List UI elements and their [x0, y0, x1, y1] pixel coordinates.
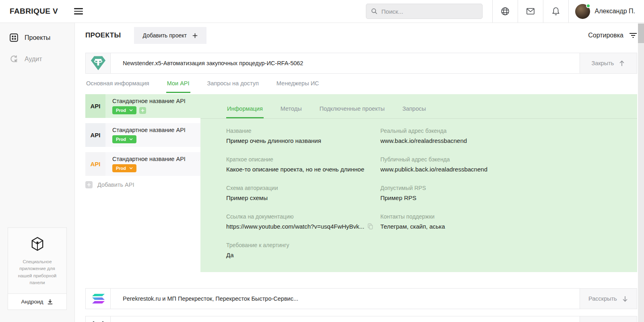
collapse-project-button[interactable]: Закрыть [580, 53, 637, 73]
api-panel-tabs: Информация Методы Подключенные проекты З… [226, 94, 637, 118]
messages-button[interactable] [518, 0, 543, 23]
avatar [575, 4, 590, 19]
promo-text: Специальное приложение для нашей приборн… [13, 258, 62, 286]
projects-grid-icon [10, 33, 18, 42]
project-tabs: Основная информация Мои API Запросы на д… [85, 74, 637, 93]
tab-methods[interactable]: Методы [280, 100, 303, 118]
sidebar-item-projects[interactable]: Проекты [0, 27, 74, 48]
sort-label: Сортировка [588, 32, 623, 39]
tab-main-info[interactable]: Основная информация [85, 74, 150, 93]
android-download-button[interactable]: Андроид [8, 293, 66, 310]
copy-icon[interactable] [367, 223, 373, 229]
mail-icon [526, 6, 535, 16]
api-info-panel: Информация Методы Подключенные проекты З… [200, 94, 637, 272]
solana-logo-icon [92, 293, 105, 304]
add-project-button[interactable]: Добавить проект [134, 27, 206, 44]
tether-logo-icon [90, 56, 106, 71]
tab-connected-projects[interactable]: Подключенные проекты [319, 100, 386, 118]
globe-icon [500, 6, 510, 16]
api-title: Стандартное название API [112, 127, 186, 133]
audit-refresh-icon [10, 55, 18, 63]
field-rps: Допустимый RPS Пример RPS [380, 185, 637, 201]
scrollbar-thumb[interactable] [638, 24, 644, 43]
add-project-label: Добавить проект [143, 32, 187, 39]
scrollbar-track[interactable] [638, 23, 644, 322]
api-abbr: API [85, 94, 105, 118]
field-docs-link: Ссылка на документацию https://www.youtu… [226, 213, 380, 230]
project-title: Perekrestok.ru и МП Перекресток, Перекре… [111, 289, 580, 309]
field-support: Контакты поддержки Телеграм, скайп, аськ… [380, 213, 637, 230]
sidebar-item-audit[interactable]: Аудит [0, 48, 74, 70]
plus-icon [141, 109, 144, 112]
main-content: ПРОЕКТЫ Добавить проект Сортировка [75, 23, 644, 322]
plus-icon [192, 33, 198, 38]
online-status-dot [586, 4, 590, 8]
tab-access-requests[interactable]: Запросы на доступ [206, 74, 260, 93]
env-badge[interactable]: Prod [112, 164, 136, 172]
app-logo: FABRIQUE V [10, 7, 58, 16]
tab-requests[interactable]: Запросы [402, 100, 427, 118]
project-card-collapsed: Perekrestok.ru и МП Перекресток, Перекре… [85, 316, 637, 322]
api-list-item[interactable]: API Стандартное название API Prod [85, 152, 200, 176]
plus-icon [85, 181, 93, 188]
tab-my-api[interactable]: Мои API [166, 74, 190, 93]
sidebar-item-label: Проекты [25, 34, 50, 41]
project-card-collapsed: Perekrestok.ru и МП Перекресток, Перекре… [85, 288, 637, 309]
api-title: Стандартное название API [112, 156, 186, 162]
project-card-expanded: Newstender.x5-Автоматизация закупочных п… [85, 53, 637, 74]
expand-label: Расскрыть [588, 295, 617, 302]
api-title: Стандартное название API [112, 98, 186, 104]
download-button-label: Андроид [21, 299, 43, 305]
project-logo-cell [86, 53, 111, 73]
tab-is-managers[interactable]: Менеджеры ИС [276, 74, 320, 93]
api-list-item[interactable]: API Стандартное название API Prod [85, 123, 200, 147]
chevron-down-icon [129, 167, 133, 169]
add-api-button[interactable]: Добавить API [85, 181, 200, 188]
sidebar: Проекты Аудит Специальное приложение для… [0, 23, 75, 322]
field-alerting: Требование к алертингу Да [226, 242, 380, 258]
project-logo-cell [86, 316, 111, 322]
page-title: ПРОЕКТЫ [85, 31, 121, 39]
field-description: Краткое описание Какое-то описание проек… [226, 156, 380, 173]
env-badge[interactable]: Prod [112, 135, 136, 143]
env-badge[interactable]: Prod [112, 106, 136, 114]
sidebar-item-label: Аудит [25, 56, 42, 63]
add-api-label: Добавить API [97, 182, 134, 188]
expand-project-button[interactable]: Расскрыть [580, 289, 637, 309]
projects-toolbar: ПРОЕКТЫ Добавить проект Сортировка [85, 23, 637, 48]
filter-icon [629, 33, 637, 38]
api-abbr: API [85, 152, 105, 176]
chevron-down-icon [129, 109, 133, 111]
app-promo-card: Специальное приложение для нашей приборн… [8, 227, 67, 310]
app-header: FABRIQUE V Алекс [0, 0, 644, 23]
field-auth-scheme: Схема авторизации Пример схемы [226, 185, 380, 201]
menu-icon[interactable] [74, 8, 83, 14]
notifications-button[interactable] [543, 0, 568, 23]
project-logo-cell [86, 289, 111, 309]
arrow-up-icon [619, 60, 625, 67]
api-fields: Название Пример очень длинного названия … [226, 119, 637, 258]
api-list-item[interactable]: API Стандартное название API Prod [85, 94, 200, 118]
env-label: Prod [116, 166, 126, 171]
sort-button[interactable]: Сортировка [588, 32, 637, 39]
search-box[interactable] [366, 4, 483, 19]
collapse-label: Закрыть [592, 60, 614, 66]
project-title: Perekrestok.ru и МП Перекресток, Перекре… [111, 316, 580, 322]
tab-information[interactable]: Информация [226, 100, 264, 118]
field-name: Название Пример очень длинного названия [226, 128, 380, 144]
env-label: Prod [116, 108, 126, 113]
user-menu[interactable]: Александр П. [569, 0, 644, 23]
arrow-down-icon [622, 295, 628, 302]
search-input[interactable] [382, 8, 477, 15]
download-icon [47, 299, 53, 305]
field-backend-real: Реальный адрес бэкенда www.back.io/reala… [380, 128, 637, 144]
field-backend-public: Публичный адрес бэкенда www.publick.back… [380, 156, 637, 173]
user-name: Александр П. [595, 8, 635, 15]
search-icon [371, 8, 378, 14]
expand-project-button[interactable]: Расскрыть [580, 316, 637, 322]
language-globe-button[interactable] [493, 0, 518, 23]
project-title: Newstender.x5-Автоматизация закупочных п… [111, 53, 580, 73]
add-env-button[interactable] [139, 107, 146, 114]
bell-icon [551, 6, 560, 16]
chevron-down-icon [129, 138, 133, 140]
